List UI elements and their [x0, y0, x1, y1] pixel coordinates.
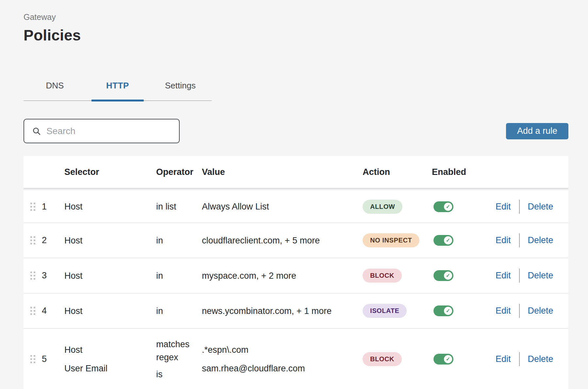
operator-value: is — [156, 368, 193, 381]
action-badge: NO INSPECT — [363, 233, 419, 247]
edit-link[interactable]: Edit — [496, 306, 511, 316]
cell-row-actions: Edit Delete — [496, 233, 562, 247]
cell-selector: Host — [64, 306, 156, 316]
action-badge: ALLOW — [363, 200, 402, 214]
delete-link[interactable]: Delete — [528, 271, 553, 281]
row-number: 1 — [42, 202, 64, 212]
cell-row-actions: Edit Delete — [496, 352, 562, 366]
action-separator — [519, 304, 520, 318]
delete-link[interactable]: Delete — [528, 235, 553, 245]
cell-operator: matches regexis — [156, 338, 202, 381]
row-number: 3 — [42, 271, 64, 281]
cell-operator: in — [156, 234, 202, 247]
search-icon — [32, 127, 41, 135]
value-text: Always Allow List — [202, 201, 363, 212]
operator-value: in list — [156, 200, 193, 213]
cell-operator: in — [156, 269, 202, 282]
enabled-toggle[interactable]: ✓ — [433, 354, 453, 365]
column-header-enabled: Enabled — [432, 167, 496, 177]
cell-row-actions: Edit Delete — [496, 200, 562, 214]
operator-value: matches regex — [156, 338, 193, 364]
header-shadow — [24, 188, 568, 191]
cell-value: Always Allow List — [202, 201, 363, 212]
toolbar: Add a rule — [24, 119, 568, 143]
value-text: myspace.com, + 2 more — [202, 271, 363, 281]
toggle-check-icon: ✓ — [444, 307, 452, 315]
action-badge: BLOCK — [363, 269, 402, 283]
drag-handle-icon[interactable] — [30, 236, 35, 244]
cell-selector: HostUser Email — [64, 345, 156, 374]
row-number: 2 — [42, 235, 64, 245]
tab-http[interactable]: HTTP — [86, 80, 149, 101]
cell-operator: in list — [156, 200, 202, 213]
toggle-check-icon: ✓ — [444, 236, 452, 244]
delete-link[interactable]: Delete — [528, 354, 553, 364]
cell-operator: in — [156, 304, 202, 318]
drag-handle-icon[interactable] — [30, 203, 35, 211]
table-header: Selector Operator Value Action Enabled — [24, 156, 568, 188]
toggle-check-icon: ✓ — [444, 355, 452, 363]
drag-handle-icon[interactable] — [30, 272, 35, 280]
cell-selector: Host — [64, 271, 156, 281]
column-header-action: Action — [363, 167, 432, 177]
drag-handle-icon[interactable] — [30, 307, 35, 315]
table-row: 2 Host in cloudflareclient.com, + 5 more… — [24, 223, 568, 258]
action-separator — [519, 200, 520, 214]
enabled-toggle[interactable]: ✓ — [433, 270, 453, 281]
cell-action: BLOCK — [363, 352, 432, 366]
table-row: 5 HostUser Email matches regexis .*espn\… — [24, 328, 568, 389]
add-rule-button[interactable]: Add a rule — [506, 123, 568, 139]
delete-link[interactable]: Delete — [528, 202, 553, 212]
tab-bar: DNS HTTP Settings — [24, 80, 212, 101]
edit-link[interactable]: Edit — [496, 354, 511, 364]
cell-selector: Host — [64, 201, 156, 212]
selector-value: Host — [64, 201, 156, 212]
tab-dns[interactable]: DNS — [24, 80, 86, 101]
cell-value: myspace.com, + 2 more — [202, 271, 363, 281]
gateway-policies-page: Gateway Policies DNS HTTP Settings Add a… — [0, 0, 588, 389]
delete-link[interactable]: Delete — [528, 306, 553, 316]
selector-value: Host — [64, 235, 156, 246]
edit-link[interactable]: Edit — [496, 271, 511, 281]
table-row: 3 Host in myspace.com, + 2 more BLOCK ✓ … — [24, 258, 568, 293]
cell-value: .*espn\.comsam.rhea@cloudflare.com — [202, 345, 363, 374]
enabled-toggle[interactable]: ✓ — [433, 305, 453, 316]
cell-selector: Host — [64, 235, 156, 246]
cell-enabled: ✓ — [432, 270, 496, 281]
toggle-check-icon: ✓ — [444, 272, 452, 280]
cell-action: ALLOW — [363, 200, 432, 214]
cell-enabled: ✓ — [432, 235, 496, 246]
toggle-check-icon: ✓ — [444, 203, 452, 211]
search-box[interactable] — [24, 119, 180, 143]
enabled-toggle[interactable]: ✓ — [433, 235, 453, 246]
action-badge: ISOLATE — [363, 304, 407, 318]
cell-enabled: ✓ — [432, 201, 496, 212]
operator-value: in — [156, 304, 193, 318]
cell-row-actions: Edit Delete — [496, 304, 562, 318]
value-text: sam.rhea@cloudflare.com — [202, 363, 363, 374]
cell-value: cloudflareclient.com, + 5 more — [202, 235, 363, 246]
column-header-operator: Operator — [156, 167, 202, 177]
action-separator — [519, 352, 520, 366]
selector-value: User Email — [64, 363, 156, 374]
breadcrumb: Gateway — [24, 12, 568, 22]
edit-link[interactable]: Edit — [496, 235, 511, 245]
cell-enabled: ✓ — [432, 354, 496, 365]
action-badge: BLOCK — [363, 352, 402, 366]
operator-value: in — [156, 269, 193, 282]
row-number: 4 — [42, 306, 64, 316]
action-separator — [519, 269, 520, 283]
selector-value: Host — [64, 271, 156, 281]
edit-link[interactable]: Edit — [496, 202, 511, 212]
table-row: 4 Host in news.ycombinator.com, + 1 more… — [24, 293, 568, 328]
tab-settings[interactable]: Settings — [149, 80, 212, 101]
enabled-toggle[interactable]: ✓ — [433, 201, 453, 212]
policies-table: Selector Operator Value Action Enabled 1… — [24, 156, 568, 389]
row-number: 5 — [42, 354, 64, 364]
cell-action: ISOLATE — [363, 304, 432, 318]
cell-row-actions: Edit Delete — [496, 269, 562, 283]
search-input[interactable] — [46, 126, 172, 136]
cell-action: BLOCK — [363, 269, 432, 283]
table-row: 1 Host in list Always Allow List ALLOW ✓… — [24, 191, 568, 223]
drag-handle-icon[interactable] — [30, 355, 35, 363]
